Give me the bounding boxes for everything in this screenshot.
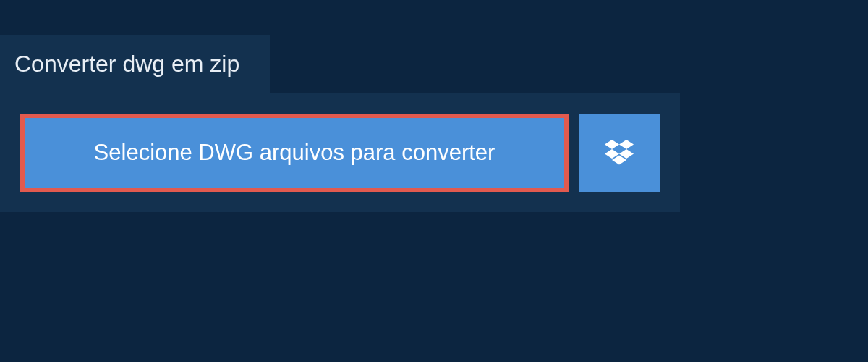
upload-panel: Selecione DWG arquivos para converter: [0, 93, 680, 212]
select-files-label: Selecione DWG arquivos para converter: [94, 140, 495, 166]
tab-converter[interactable]: Converter dwg em zip: [0, 35, 270, 93]
dropbox-icon: [605, 140, 634, 166]
select-files-button[interactable]: Selecione DWG arquivos para converter: [20, 114, 569, 192]
dropbox-button[interactable]: [579, 114, 660, 192]
tab-title: Converter dwg em zip: [14, 51, 239, 77]
